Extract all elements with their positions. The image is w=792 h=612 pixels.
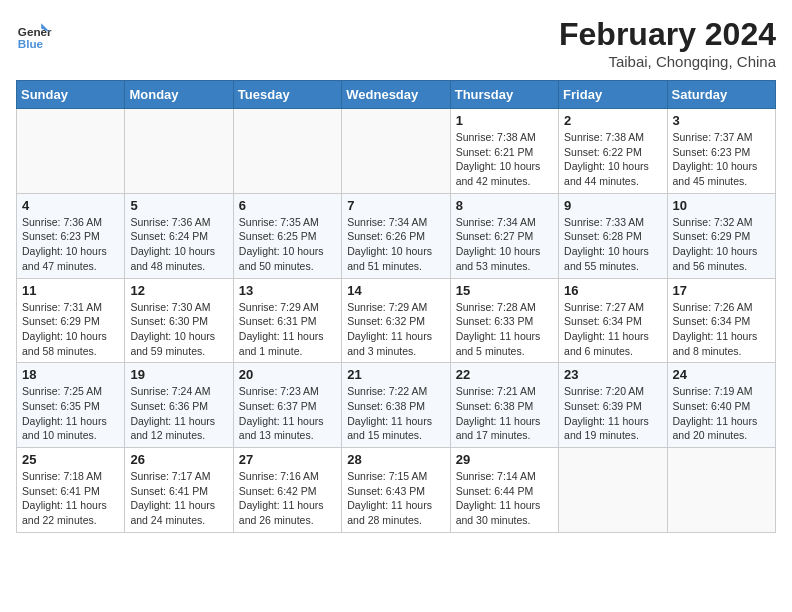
- day-info: Sunrise: 7:22 AM Sunset: 6:38 PM Dayligh…: [347, 384, 444, 443]
- calendar-cell: 15Sunrise: 7:28 AM Sunset: 6:33 PM Dayli…: [450, 278, 558, 363]
- day-number: 3: [673, 113, 770, 128]
- day-info: Sunrise: 7:21 AM Sunset: 6:38 PM Dayligh…: [456, 384, 553, 443]
- calendar-cell: 21Sunrise: 7:22 AM Sunset: 6:38 PM Dayli…: [342, 363, 450, 448]
- day-info: Sunrise: 7:14 AM Sunset: 6:44 PM Dayligh…: [456, 469, 553, 528]
- calendar-cell: 7Sunrise: 7:34 AM Sunset: 6:26 PM Daylig…: [342, 193, 450, 278]
- day-number: 11: [22, 283, 119, 298]
- calendar-cell: 3Sunrise: 7:37 AM Sunset: 6:23 PM Daylig…: [667, 109, 775, 194]
- page-header: General Blue February 2024 Taibai, Chong…: [16, 16, 776, 70]
- location: Taibai, Chongqing, China: [559, 53, 776, 70]
- weekday-header: Saturday: [667, 81, 775, 109]
- day-info: Sunrise: 7:33 AM Sunset: 6:28 PM Dayligh…: [564, 215, 661, 274]
- day-info: Sunrise: 7:18 AM Sunset: 6:41 PM Dayligh…: [22, 469, 119, 528]
- calendar-cell: 11Sunrise: 7:31 AM Sunset: 6:29 PM Dayli…: [17, 278, 125, 363]
- calendar-cell: [342, 109, 450, 194]
- weekday-header: Monday: [125, 81, 233, 109]
- day-number: 6: [239, 198, 336, 213]
- weekday-header: Sunday: [17, 81, 125, 109]
- calendar-cell: 23Sunrise: 7:20 AM Sunset: 6:39 PM Dayli…: [559, 363, 667, 448]
- day-info: Sunrise: 7:38 AM Sunset: 6:22 PM Dayligh…: [564, 130, 661, 189]
- day-info: Sunrise: 7:31 AM Sunset: 6:29 PM Dayligh…: [22, 300, 119, 359]
- weekday-header: Wednesday: [342, 81, 450, 109]
- day-number: 10: [673, 198, 770, 213]
- day-number: 5: [130, 198, 227, 213]
- calendar-cell: 22Sunrise: 7:21 AM Sunset: 6:38 PM Dayli…: [450, 363, 558, 448]
- calendar-cell: [559, 448, 667, 533]
- day-info: Sunrise: 7:28 AM Sunset: 6:33 PM Dayligh…: [456, 300, 553, 359]
- weekday-header: Tuesday: [233, 81, 341, 109]
- day-info: Sunrise: 7:16 AM Sunset: 6:42 PM Dayligh…: [239, 469, 336, 528]
- day-number: 25: [22, 452, 119, 467]
- calendar-cell: [233, 109, 341, 194]
- calendar-cell: 26Sunrise: 7:17 AM Sunset: 6:41 PM Dayli…: [125, 448, 233, 533]
- calendar-cell: 18Sunrise: 7:25 AM Sunset: 6:35 PM Dayli…: [17, 363, 125, 448]
- day-number: 17: [673, 283, 770, 298]
- day-number: 28: [347, 452, 444, 467]
- calendar-cell: 27Sunrise: 7:16 AM Sunset: 6:42 PM Dayli…: [233, 448, 341, 533]
- calendar-week: 11Sunrise: 7:31 AM Sunset: 6:29 PM Dayli…: [17, 278, 776, 363]
- calendar-cell: [125, 109, 233, 194]
- day-info: Sunrise: 7:25 AM Sunset: 6:35 PM Dayligh…: [22, 384, 119, 443]
- day-info: Sunrise: 7:36 AM Sunset: 6:24 PM Dayligh…: [130, 215, 227, 274]
- day-number: 29: [456, 452, 553, 467]
- day-info: Sunrise: 7:27 AM Sunset: 6:34 PM Dayligh…: [564, 300, 661, 359]
- calendar-week: 25Sunrise: 7:18 AM Sunset: 6:41 PM Dayli…: [17, 448, 776, 533]
- day-info: Sunrise: 7:38 AM Sunset: 6:21 PM Dayligh…: [456, 130, 553, 189]
- weekday-header: Thursday: [450, 81, 558, 109]
- day-info: Sunrise: 7:15 AM Sunset: 6:43 PM Dayligh…: [347, 469, 444, 528]
- day-info: Sunrise: 7:37 AM Sunset: 6:23 PM Dayligh…: [673, 130, 770, 189]
- day-info: Sunrise: 7:29 AM Sunset: 6:31 PM Dayligh…: [239, 300, 336, 359]
- weekday-header: Friday: [559, 81, 667, 109]
- day-number: 21: [347, 367, 444, 382]
- calendar-cell: 1Sunrise: 7:38 AM Sunset: 6:21 PM Daylig…: [450, 109, 558, 194]
- calendar-week: 18Sunrise: 7:25 AM Sunset: 6:35 PM Dayli…: [17, 363, 776, 448]
- day-number: 19: [130, 367, 227, 382]
- day-number: 26: [130, 452, 227, 467]
- logo-icon: General Blue: [16, 16, 52, 52]
- day-number: 1: [456, 113, 553, 128]
- calendar-cell: 14Sunrise: 7:29 AM Sunset: 6:32 PM Dayli…: [342, 278, 450, 363]
- day-number: 13: [239, 283, 336, 298]
- calendar-week: 4Sunrise: 7:36 AM Sunset: 6:23 PM Daylig…: [17, 193, 776, 278]
- calendar-header: SundayMondayTuesdayWednesdayThursdayFrid…: [17, 81, 776, 109]
- calendar-table: SundayMondayTuesdayWednesdayThursdayFrid…: [16, 80, 776, 533]
- svg-text:Blue: Blue: [18, 37, 44, 50]
- day-info: Sunrise: 7:35 AM Sunset: 6:25 PM Dayligh…: [239, 215, 336, 274]
- calendar-cell: 17Sunrise: 7:26 AM Sunset: 6:34 PM Dayli…: [667, 278, 775, 363]
- calendar-cell: 9Sunrise: 7:33 AM Sunset: 6:28 PM Daylig…: [559, 193, 667, 278]
- calendar-cell: 20Sunrise: 7:23 AM Sunset: 6:37 PM Dayli…: [233, 363, 341, 448]
- calendar-cell: 29Sunrise: 7:14 AM Sunset: 6:44 PM Dayli…: [450, 448, 558, 533]
- day-number: 15: [456, 283, 553, 298]
- calendar-cell: 24Sunrise: 7:19 AM Sunset: 6:40 PM Dayli…: [667, 363, 775, 448]
- day-info: Sunrise: 7:30 AM Sunset: 6:30 PM Dayligh…: [130, 300, 227, 359]
- day-number: 20: [239, 367, 336, 382]
- day-info: Sunrise: 7:34 AM Sunset: 6:27 PM Dayligh…: [456, 215, 553, 274]
- day-number: 8: [456, 198, 553, 213]
- day-number: 27: [239, 452, 336, 467]
- day-number: 9: [564, 198, 661, 213]
- day-info: Sunrise: 7:34 AM Sunset: 6:26 PM Dayligh…: [347, 215, 444, 274]
- calendar-cell: 2Sunrise: 7:38 AM Sunset: 6:22 PM Daylig…: [559, 109, 667, 194]
- day-number: 18: [22, 367, 119, 382]
- calendar-cell: 10Sunrise: 7:32 AM Sunset: 6:29 PM Dayli…: [667, 193, 775, 278]
- calendar-cell: 5Sunrise: 7:36 AM Sunset: 6:24 PM Daylig…: [125, 193, 233, 278]
- day-number: 22: [456, 367, 553, 382]
- calendar-week: 1Sunrise: 7:38 AM Sunset: 6:21 PM Daylig…: [17, 109, 776, 194]
- day-number: 16: [564, 283, 661, 298]
- title-block: February 2024 Taibai, Chongqing, China: [559, 16, 776, 70]
- logo: General Blue: [16, 16, 52, 52]
- day-info: Sunrise: 7:26 AM Sunset: 6:34 PM Dayligh…: [673, 300, 770, 359]
- calendar-cell: [667, 448, 775, 533]
- calendar-cell: 4Sunrise: 7:36 AM Sunset: 6:23 PM Daylig…: [17, 193, 125, 278]
- calendar-cell: 19Sunrise: 7:24 AM Sunset: 6:36 PM Dayli…: [125, 363, 233, 448]
- day-number: 7: [347, 198, 444, 213]
- day-number: 23: [564, 367, 661, 382]
- day-number: 2: [564, 113, 661, 128]
- day-number: 24: [673, 367, 770, 382]
- month-title: February 2024: [559, 16, 776, 53]
- day-info: Sunrise: 7:32 AM Sunset: 6:29 PM Dayligh…: [673, 215, 770, 274]
- calendar-cell: [17, 109, 125, 194]
- day-info: Sunrise: 7:36 AM Sunset: 6:23 PM Dayligh…: [22, 215, 119, 274]
- calendar-cell: 12Sunrise: 7:30 AM Sunset: 6:30 PM Dayli…: [125, 278, 233, 363]
- day-number: 4: [22, 198, 119, 213]
